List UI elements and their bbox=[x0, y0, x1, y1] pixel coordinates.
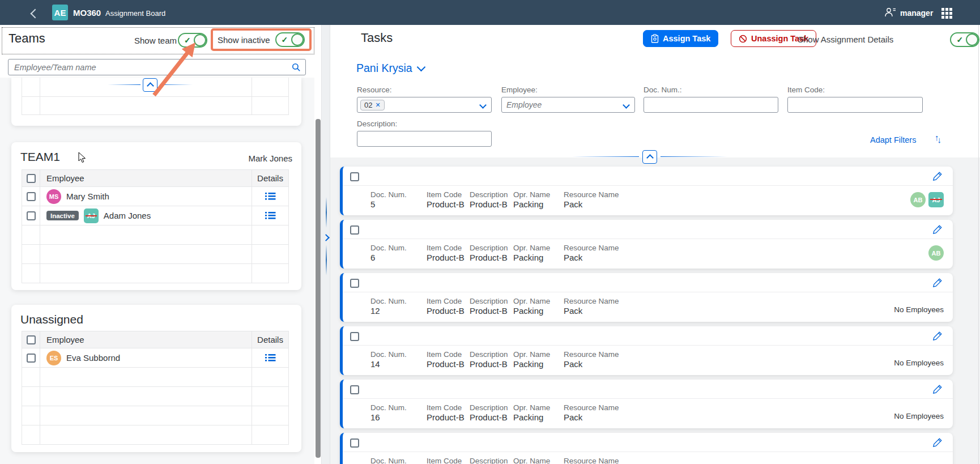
col-resource-name: Resource Name bbox=[564, 403, 619, 412]
team-search bbox=[8, 59, 306, 75]
sort-icon[interactable]: ↑↓ bbox=[935, 134, 941, 143]
col-opr-name: Opr. Name bbox=[513, 190, 550, 199]
table-row-empty[interactable] bbox=[22, 225, 288, 245]
doc-num-filter-input[interactable] bbox=[644, 97, 778, 112]
app-logo[interactable]: AE bbox=[52, 5, 68, 20]
show-assignment-details-label: Show Assignment Details bbox=[798, 35, 893, 44]
task-checkbox[interactable] bbox=[350, 385, 359, 394]
edit-icon[interactable] bbox=[932, 278, 943, 288]
employee-filter-input[interactable] bbox=[502, 97, 634, 112]
table-row-empty[interactable] bbox=[22, 406, 288, 425]
details-icon[interactable] bbox=[265, 211, 276, 220]
edit-icon[interactable] bbox=[932, 437, 943, 448]
row-checkbox[interactable] bbox=[27, 211, 36, 220]
app-launcher-icon[interactable] bbox=[941, 8, 952, 19]
employee-row-adam-jones[interactable]: Inactive AJ Adam Jones bbox=[22, 206, 288, 225]
item-code-value: Product-B bbox=[427, 359, 465, 369]
description-value: Product-B bbox=[470, 199, 508, 209]
collapse-line bbox=[661, 156, 727, 157]
details-icon[interactable] bbox=[265, 192, 276, 201]
table-row-empty[interactable] bbox=[22, 97, 288, 115]
prohibition-icon bbox=[739, 35, 747, 43]
resource-token-value: 02 bbox=[364, 101, 372, 109]
item-code-filter-input[interactable] bbox=[788, 97, 922, 112]
task-checkbox[interactable] bbox=[350, 332, 359, 341]
column-header-details: Details bbox=[252, 170, 288, 186]
chevron-down-icon[interactable] bbox=[479, 101, 487, 109]
collapse-teams-button[interactable] bbox=[143, 78, 157, 92]
edit-icon[interactable] bbox=[932, 384, 943, 394]
adapt-filters-link[interactable]: Adapt Filters bbox=[870, 135, 916, 144]
description-value: Product-B bbox=[470, 306, 508, 316]
check-icon: ✓ bbox=[282, 35, 288, 44]
col-resource-name: Resource Name bbox=[564, 297, 619, 305]
teams-scrollbar-thumb[interactable] bbox=[316, 119, 321, 458]
select-all-checkbox[interactable] bbox=[27, 335, 36, 344]
show-inactive-toggle[interactable]: ✓ bbox=[275, 32, 305, 47]
select-all-checkbox[interactable] bbox=[27, 174, 36, 183]
details-icon[interactable] bbox=[265, 354, 276, 362]
employee-row-eva-subbornd[interactable]: ES Eva Subbornd bbox=[22, 348, 288, 368]
task-card[interactable]: Doc. Num. Item Code Description Opr. Nam… bbox=[340, 220, 953, 269]
task-card[interactable]: Doc. Num. Item Code Description Opr. Nam… bbox=[340, 380, 953, 428]
show-assignment-details-toggle[interactable]: ✓ bbox=[950, 32, 979, 47]
col-opr-name: Opr. Name bbox=[513, 297, 550, 305]
avatar-inactive[interactable]: AJ bbox=[928, 192, 944, 207]
row-checkbox[interactable] bbox=[27, 192, 36, 201]
task-card[interactable]: Doc. Num. Item Code Description Opr. Nam… bbox=[340, 273, 953, 322]
task-card[interactable]: Doc. Num. Item Code Description Opr. Nam… bbox=[340, 433, 953, 464]
col-description: Description bbox=[470, 350, 508, 359]
panel-splitter[interactable] bbox=[321, 25, 330, 464]
edit-icon[interactable] bbox=[932, 224, 943, 235]
tasks-panel-title: Tasks bbox=[361, 31, 393, 45]
table-row-empty[interactable] bbox=[22, 387, 288, 406]
show-inactive-annotation-box: Show inactive ✓ bbox=[211, 28, 312, 51]
resource-token[interactable]: 02 ✕ bbox=[360, 100, 385, 110]
task-checkbox[interactable] bbox=[350, 225, 359, 235]
team-search-input[interactable] bbox=[8, 59, 306, 75]
table-row-empty[interactable] bbox=[22, 245, 288, 264]
doc-num-filter-label: Doc. Num.: bbox=[644, 86, 682, 94]
task-card[interactable]: Doc. Num. Item Code Description Opr. Nam… bbox=[340, 167, 953, 215]
edit-icon[interactable] bbox=[932, 171, 943, 181]
task-checkbox[interactable] bbox=[350, 439, 359, 448]
task-checkbox[interactable] bbox=[350, 172, 359, 181]
table-row-empty[interactable] bbox=[22, 264, 288, 283]
resource-filter-combobox[interactable]: 02 ✕ bbox=[357, 97, 492, 113]
task-checkbox[interactable] bbox=[350, 279, 359, 288]
row-checkbox[interactable] bbox=[27, 354, 36, 363]
table-row-empty[interactable] bbox=[22, 368, 288, 387]
col-doc-num: Doc. Num. bbox=[370, 403, 407, 412]
table-header-row: Employee Details bbox=[22, 331, 288, 348]
item-code-filter-field[interactable] bbox=[787, 97, 923, 113]
description-filter-field[interactable] bbox=[357, 131, 492, 147]
expand-panel-chevron[interactable] bbox=[323, 232, 329, 242]
table-row-empty[interactable] bbox=[22, 425, 288, 445]
column-header-employee: Employee bbox=[40, 170, 252, 186]
user-icon[interactable] bbox=[884, 7, 897, 18]
task-card[interactable]: Doc. Num. Item Code Description Opr. Nam… bbox=[340, 326, 953, 375]
search-icon[interactable] bbox=[292, 63, 301, 72]
group-header-dropdown[interactable]: Pani Krysia bbox=[356, 62, 424, 75]
employee-row-mary-smith[interactable]: MS Mary Smith bbox=[22, 187, 288, 206]
doc-num-filter-field[interactable] bbox=[644, 97, 778, 113]
edit-icon[interactable] bbox=[932, 331, 943, 341]
col-doc-num: Doc. Num. bbox=[370, 350, 407, 359]
team-name: TEAM1 bbox=[20, 150, 60, 164]
user-name[interactable]: manager bbox=[900, 8, 933, 18]
back-button[interactable] bbox=[32, 9, 39, 19]
avatar[interactable]: AB bbox=[910, 192, 926, 207]
assign-task-button[interactable]: Assign Task bbox=[643, 30, 718, 47]
opr-name-value: Packing bbox=[513, 199, 543, 209]
group-header-label: Pani Krysia bbox=[356, 62, 412, 75]
avatar[interactable]: AB bbox=[928, 245, 944, 261]
description-filter-input[interactable] bbox=[357, 131, 491, 146]
employee-filter-combobox[interactable] bbox=[501, 97, 635, 113]
show-team-toggle[interactable]: ✓ bbox=[178, 33, 207, 48]
col-description: Description bbox=[470, 190, 508, 199]
divider bbox=[343, 185, 953, 186]
chevron-up-icon bbox=[646, 154, 654, 161]
token-remove-icon[interactable]: ✕ bbox=[375, 101, 380, 109]
collapse-filter-button[interactable] bbox=[642, 150, 657, 164]
column-header-details: Details bbox=[252, 331, 288, 348]
